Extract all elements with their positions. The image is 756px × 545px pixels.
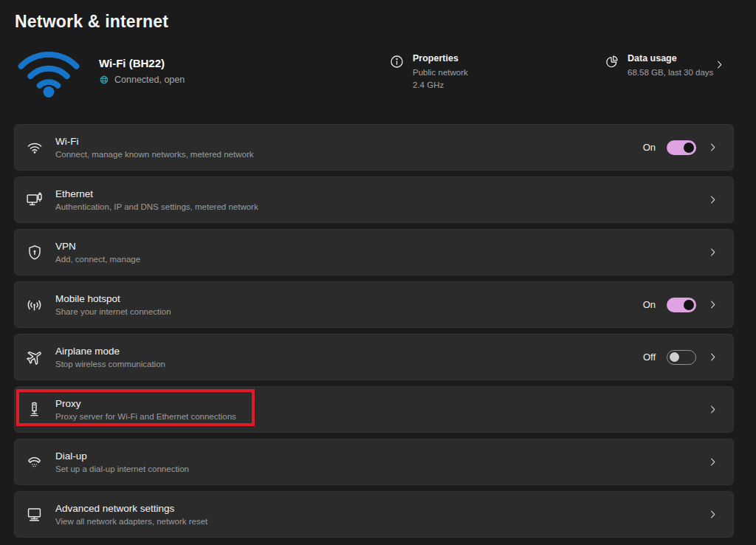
- data-usage-amount: 68.58 GB, last 30 days: [628, 66, 713, 79]
- chevron-right-icon: [707, 299, 718, 310]
- properties-network-type: Public network: [413, 66, 468, 79]
- row-title: Dial-up: [55, 450, 707, 462]
- chevron-right-icon[interactable]: [714, 59, 725, 70]
- properties-title: Properties: [413, 53, 468, 64]
- settings-row-vpn[interactable]: VPN Add, connect, manage: [14, 229, 734, 275]
- row-title: Proxy: [55, 398, 707, 409]
- dialup-phone-icon: [24, 452, 44, 472]
- toggle-state-label: On: [643, 142, 656, 153]
- wifi-icon: [24, 137, 44, 157]
- connection-status: Connected, open: [114, 75, 185, 85]
- settings-list: Wi-Fi Connect, manage known networks, me…: [14, 124, 734, 538]
- page-title: Network & internet: [15, 12, 168, 32]
- row-subtitle: Share your internet connection: [55, 307, 643, 316]
- properties-button[interactable]: Properties Public network 2.4 GHz: [389, 53, 468, 92]
- chevron-right-icon: [707, 194, 718, 205]
- row-subtitle: Set up a dial-up internet connection: [55, 465, 707, 473]
- row-title: Mobile hotspot: [55, 293, 643, 304]
- settings-row-proxy[interactable]: Proxy Proxy server for Wi-Fi and Etherne…: [14, 386, 734, 433]
- data-usage-button[interactable]: Data usage 68.58 GB, last 30 days: [604, 53, 713, 79]
- row-title: Airplane mode: [55, 346, 643, 357]
- toggle-state-label: Off: [643, 352, 656, 363]
- row-title: Wi-Fi: [55, 136, 643, 147]
- row-title: VPN: [55, 241, 707, 252]
- settings-row-airplane-mode[interactable]: Airplane mode Stop wireless communicatio…: [14, 334, 734, 380]
- chevron-right-icon: [707, 352, 718, 363]
- toggle-switch[interactable]: [667, 350, 696, 365]
- proxy-server-icon: [24, 400, 44, 419]
- chevron-right-icon: [707, 456, 718, 467]
- row-title: Ethernet: [55, 188, 707, 199]
- settings-row-wifi[interactable]: Wi-Fi Connect, manage known networks, me…: [14, 124, 734, 171]
- advanced-network-icon: [24, 504, 44, 524]
- info-circle-icon: [389, 54, 405, 69]
- connection-name: Wi-Fi (BH22): [99, 57, 185, 69]
- connection-overview: Wi-Fi (BH22) Connected, open Properties …: [15, 38, 741, 103]
- globe-icon: [99, 75, 109, 85]
- chevron-right-icon: [707, 404, 718, 415]
- data-usage-title: Data usage: [628, 53, 713, 64]
- airplane-icon: [24, 347, 44, 367]
- settings-row-dial-up[interactable]: Dial-up Set up a dial-up internet connec…: [14, 439, 734, 485]
- row-subtitle: Stop wireless communication: [55, 360, 643, 369]
- mobile-hotspot-icon: [24, 295, 44, 315]
- row-subtitle: Connect, manage known networks, metered …: [55, 150, 643, 159]
- chevron-right-icon: [707, 509, 718, 520]
- wifi-signal-icon: [15, 41, 83, 100]
- toggle-state-label: On: [643, 299, 656, 310]
- chevron-right-icon: [707, 142, 718, 153]
- settings-row-advanced-network-settings[interactable]: Advanced network settings View all netwo…: [14, 491, 734, 538]
- vpn-shield-icon: [24, 242, 44, 262]
- row-subtitle: View all network adapters, network reset: [55, 517, 707, 526]
- properties-band: 2.4 GHz: [413, 79, 468, 92]
- toggle-switch[interactable]: [667, 140, 696, 155]
- chevron-right-icon: [707, 247, 718, 258]
- row-subtitle: Authentication, IP and DNS settings, met…: [55, 202, 707, 211]
- settings-row-mobile-hotspot[interactable]: Mobile hotspot Share your internet conne…: [14, 281, 734, 328]
- ethernet-icon: [24, 190, 44, 210]
- row-subtitle: Add, connect, manage: [55, 255, 707, 264]
- pie-chart-icon: [604, 54, 619, 69]
- row-title: Advanced network settings: [55, 503, 707, 514]
- settings-row-ethernet[interactable]: Ethernet Authentication, IP and DNS sett…: [14, 176, 734, 223]
- toggle-switch[interactable]: [667, 298, 696, 312]
- row-subtitle: Proxy server for Wi-Fi and Ethernet conn…: [55, 412, 707, 421]
